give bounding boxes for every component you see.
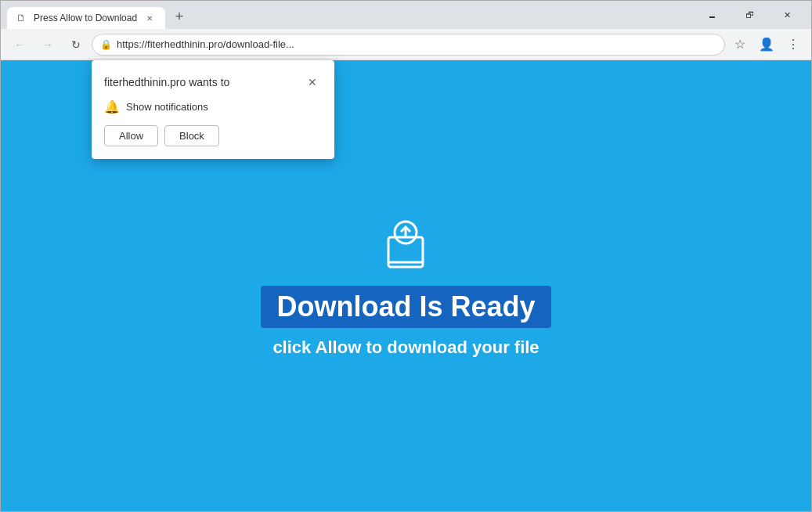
tab-page-icon: 🗋: [16, 13, 27, 23]
address-bar: ← → ↻ 🔒 https://fiterhedthinin.pro/downl…: [1, 29, 811, 60]
popup-actions: Allow Block: [104, 125, 322, 146]
maximize-button[interactable]: 🗗: [731, 4, 767, 26]
notification-permission-popup: fiterhedthinin.pro wants to ✕ 🔔 Show not…: [92, 60, 334, 159]
tab-title: Press Allow to Download: [34, 13, 137, 23]
popup-header: fiterhedthinin.pro wants to ✕: [104, 73, 322, 92]
download-subtext: click Allow to download your file: [272, 337, 539, 358]
window-controls: 🗕 🗗 ✕: [694, 4, 805, 26]
toolbar-icons: ☆ 👤 ⋮: [728, 33, 805, 56]
minimize-button[interactable]: 🗕: [694, 4, 730, 26]
popup-close-button[interactable]: ✕: [303, 73, 322, 92]
tab-close-button[interactable]: ✕: [143, 12, 156, 24]
popup-title: fiterhedthinin.pro wants to: [104, 76, 229, 88]
star-button[interactable]: ☆: [728, 33, 752, 56]
page-body: Download Is Ready click Allow to downloa…: [261, 214, 550, 358]
menu-button[interactable]: ⋮: [781, 33, 805, 56]
permission-text: Show notifications: [126, 101, 208, 113]
reload-button[interactable]: ↻: [63, 32, 88, 57]
active-tab[interactable]: 🗋 Press Allow to Download ✕: [7, 7, 165, 29]
forward-button[interactable]: →: [35, 32, 60, 57]
popup-permission-row: 🔔 Show notifications: [104, 99, 322, 114]
titlebar: 🗋 Press Allow to Download ✕ + 🗕 🗗 ✕: [1, 1, 811, 29]
bell-icon: 🔔: [104, 99, 120, 114]
account-button[interactable]: 👤: [755, 33, 778, 56]
url-bar[interactable]: 🔒 https://fiterhedthinin.pro/download-fi…: [92, 34, 725, 56]
browser-window: 🗋 Press Allow to Download ✕ + 🗕 🗗 ✕ ← → …: [0, 0, 812, 512]
lock-icon: 🔒: [100, 39, 112, 50]
new-tab-button[interactable]: +: [168, 5, 190, 27]
tab-area: 🗋 Press Allow to Download ✕ +: [7, 1, 691, 29]
url-text: https://fiterhedthinin.pro/download-file…: [117, 38, 716, 50]
allow-button[interactable]: Allow: [104, 125, 158, 146]
download-icon: [374, 214, 437, 276]
download-heading: Download Is Ready: [261, 286, 550, 328]
close-button[interactable]: ✕: [769, 4, 805, 26]
back-button[interactable]: ←: [7, 32, 32, 57]
page-content: fiterhedthinin.pro wants to ✕ 🔔 Show not…: [1, 60, 811, 511]
block-button[interactable]: Block: [164, 125, 219, 146]
